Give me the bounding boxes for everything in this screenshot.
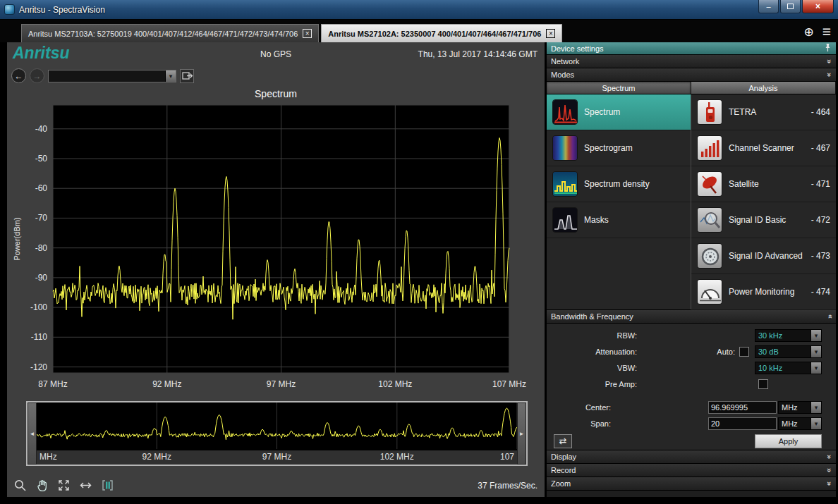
- mode-code: - 473: [811, 251, 830, 261]
- minimize-button[interactable]: –: [758, 0, 779, 13]
- forward-button[interactable]: →: [30, 68, 44, 83]
- back-button[interactable]: ←: [11, 68, 26, 83]
- tab-close-icon[interactable]: ×: [546, 29, 555, 38]
- mode-item-spectrum[interactable]: Spectrum: [547, 94, 691, 130]
- mode-label: Spectrum density: [584, 179, 650, 189]
- spectrum-modes-column: Spectrum Spectrogram Spectrum density: [547, 94, 691, 309]
- chevron-down-icon[interactable]: ▾: [810, 330, 821, 341]
- vbw-dropdown[interactable]: 10 kHz ▾: [755, 362, 822, 374]
- swap-center-span-button[interactable]: ⇄: [554, 434, 572, 448]
- scroll-right-button[interactable]: ►: [517, 402, 526, 465]
- section-bandwidth-frequency[interactable]: Bandwidth & Frequency »: [547, 310, 836, 324]
- pause-icon: [101, 479, 114, 492]
- preamp-checkbox[interactable]: [758, 379, 768, 389]
- mode-item-power-monitoring[interactable]: Power Monitoring - 474: [691, 274, 836, 310]
- chevron-double-down-icon: »: [825, 455, 834, 459]
- svg-text:-50: -50: [35, 154, 48, 164]
- section-zoom[interactable]: Zoom »: [547, 477, 836, 491]
- device-settings-title: Device settings: [551, 44, 604, 53]
- pin-panel-button[interactable]: [824, 43, 832, 54]
- fit-view-button[interactable]: [57, 479, 71, 492]
- mode-item-channel-scanner[interactable]: Channel Scanner - 467: [691, 130, 836, 166]
- spectrogram-mode-icon: [552, 135, 578, 161]
- tab-label: Anritsu MS27103A: 52750019 400/401/407/4…: [28, 30, 298, 38]
- chart-title: Spectrum: [7, 85, 545, 104]
- magnifier-icon: [13, 479, 27, 492]
- frame-rate-label: 37 Frames/Sec.: [478, 481, 538, 491]
- maximize-button[interactable]: [780, 0, 801, 13]
- section-record[interactable]: Record »: [547, 464, 836, 477]
- chevron-double-down-icon: »: [825, 481, 834, 486]
- mode-label: TETRA: [729, 107, 756, 117]
- device-settings-panel: Device settings Network » Modes » Spectr…: [547, 42, 836, 497]
- chevron-down-icon[interactable]: ▾: [165, 70, 176, 82]
- center-unit-dropdown[interactable]: MHz ▾: [778, 401, 822, 414]
- section-display[interactable]: Display »: [547, 450, 836, 464]
- chevron-down-icon[interactable]: ▾: [810, 402, 821, 413]
- svg-text:92 MHz: 92 MHz: [152, 379, 181, 389]
- svg-text:-110: -110: [31, 332, 47, 342]
- vbw-label: VBW:: [547, 364, 637, 372]
- tab-analysis-modes[interactable]: Analysis: [691, 82, 836, 94]
- mode-item-spectrum-density[interactable]: Spectrum density: [547, 166, 691, 202]
- measurement-combobox[interactable]: ▾: [48, 70, 176, 82]
- span-unit-dropdown[interactable]: MHz ▾: [778, 417, 822, 430]
- section-label: Record: [551, 466, 576, 474]
- tab-ms27103a[interactable]: Anritsu MS27103A: 52750019 400/401/407/4…: [21, 24, 319, 42]
- span-label: Span:: [547, 419, 611, 428]
- minimize-icon: –: [766, 2, 770, 11]
- mode-item-masks[interactable]: Masks: [547, 202, 691, 238]
- mode-code: - 467: [811, 143, 830, 153]
- section-label: Display: [551, 453, 576, 461]
- attenuation-dropdown[interactable]: 30 dB ▾: [755, 345, 822, 358]
- tab-label: Anritsu MS27102A: 52350007 400/401/407/4…: [328, 30, 541, 38]
- rbw-dropdown[interactable]: 30 kHz ▾: [755, 329, 822, 342]
- section-modes[interactable]: Modes »: [547, 68, 836, 82]
- zoom-tool-button[interactable]: [13, 479, 27, 492]
- auto-checkbox[interactable]: [739, 347, 749, 357]
- center-frequency-input[interactable]: [708, 401, 777, 414]
- mode-item-signal-id-basic[interactable]: Signal ID Basic - 472: [691, 202, 836, 238]
- pan-tool-button[interactable]: [35, 479, 49, 492]
- scroll-left-button[interactable]: ◄: [28, 402, 37, 465]
- chevron-down-icon[interactable]: ▾: [810, 362, 821, 374]
- section-network[interactable]: Network »: [547, 55, 836, 68]
- svg-text:107 MHz: 107 MHz: [492, 379, 526, 389]
- span-input[interactable]: [708, 417, 777, 430]
- svg-text:97 MHz: 97 MHz: [267, 379, 296, 389]
- mode-item-satellite[interactable]: Satellite - 471: [691, 166, 836, 202]
- close-icon: ×: [815, 1, 820, 11]
- spectrum-density-mode-icon: [552, 171, 578, 197]
- mode-item-tetra[interactable]: TETRA - 464: [691, 94, 836, 130]
- chevron-double-up-icon: »: [825, 314, 834, 319]
- open-in-window-icon: [181, 70, 193, 82]
- spectrum-mode-icon: [552, 99, 578, 125]
- add-device-button[interactable]: ⊕: [803, 26, 813, 38]
- chevron-double-down-icon: »: [825, 73, 834, 77]
- mode-code: - 471: [811, 179, 830, 189]
- spectrum-chart: Power(dBm) -40-50-60-70-80-90-100-110-12…: [7, 104, 545, 394]
- section-label: Modes: [551, 70, 574, 79]
- chevron-down-icon[interactable]: ▾: [810, 346, 821, 357]
- mode-item-signal-id-advanced[interactable]: Signal ID Advanced - 473: [691, 238, 836, 274]
- mode-item-spectrogram[interactable]: Spectrogram: [547, 130, 691, 166]
- span-unit-value: MHz: [779, 418, 810, 429]
- tab-ms27102a[interactable]: Anritsu MS27102A: 52350007 400/401/407/4…: [321, 24, 562, 42]
- device-tabbar: Anritsu MS27103A: 52750019 400/401/407/4…: [0, 20, 838, 42]
- apply-button[interactable]: Apply: [755, 434, 822, 448]
- spectrum-overview-navigator[interactable]: ◄ MHz 92 MHz 97 MHz 102 MHz 107 ►: [26, 401, 528, 466]
- svg-text:-90: -90: [35, 273, 48, 283]
- open-in-window-button[interactable]: [180, 69, 194, 83]
- menu-icon[interactable]: ≡: [822, 25, 831, 38]
- tab-close-icon[interactable]: ×: [303, 29, 312, 38]
- tab-spectrum-modes[interactable]: Spectrum: [547, 82, 691, 94]
- rbw-label: RBW:: [547, 331, 637, 340]
- pause-button[interactable]: [101, 479, 114, 492]
- svg-text:-40: -40: [35, 124, 48, 134]
- overview-plot[interactable]: [37, 402, 517, 450]
- horizontal-scale-button[interactable]: [79, 479, 92, 492]
- close-button[interactable]: ×: [802, 0, 834, 13]
- chevron-down-icon[interactable]: ▾: [810, 418, 821, 429]
- mode-label: Signal ID Basic: [729, 215, 786, 225]
- attenuation-label: Attenuation:: [547, 348, 637, 356]
